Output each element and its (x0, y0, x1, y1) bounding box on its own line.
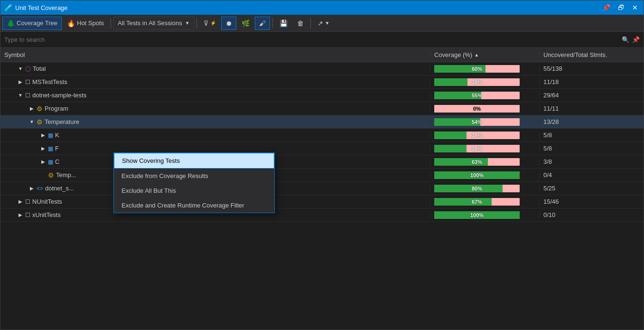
row-uncovered: 29/64 (539, 92, 644, 99)
expand-icon[interactable]: ▶ (18, 199, 23, 205)
context-menu: Show Covering Tests Exclude from Coverag… (113, 152, 275, 213)
expand-icon[interactable]: ▶ (29, 186, 35, 191)
row-symbol: ▶ ⚙ Program (0, 105, 430, 113)
tree-view-button[interactable]: 🌿 (237, 17, 254, 30)
row-coverage: 54% (430, 118, 539, 126)
expand-icon[interactable]: ▶ (18, 212, 23, 218)
expand-icon[interactable]: ▶ (40, 132, 46, 138)
row-uncovered: 5/8 (539, 145, 644, 152)
main-window: 🧪 Unit Test Coverage 📌 🗗 ✕ 🌲 Coverage Tr… (0, 0, 644, 330)
vs-icon: ⬡ (25, 65, 31, 73)
row-coverage: 38% (430, 132, 539, 139)
row-uncovered: 55/138 (539, 65, 644, 72)
table-row[interactable]: ▶ <> dotnet_s... 80% 5/25 (0, 182, 644, 195)
row-uncovered: 13/28 (539, 118, 644, 125)
table-row[interactable]: ▼ ⬡ Total 60% 55/138 (0, 62, 644, 75)
row-uncovered: 0/4 (539, 171, 644, 179)
row-coverage: 67% (430, 198, 539, 206)
separator3 (272, 18, 273, 28)
expand-icon[interactable]: ▶ (18, 79, 23, 85)
uncovered-header[interactable]: Uncovered/Total Stmts. (539, 51, 644, 58)
brush-button[interactable]: 🖌 (255, 17, 270, 30)
row-coverage: 55% (430, 92, 539, 99)
row-uncovered: 5/25 (539, 185, 644, 192)
box-icon: ☐ (25, 212, 30, 218)
window-title: Unit Test Coverage (15, 4, 67, 11)
row-coverage: 80% (430, 185, 539, 192)
expand-icon[interactable]: ▶ (40, 159, 46, 165)
table-row[interactable]: ▶ ▦ K 38% 5/8 (0, 129, 644, 142)
table-row[interactable]: ⚙ Temp... 100% 0/4 (0, 169, 644, 182)
record-button[interactable]: ⏺ (221, 17, 236, 30)
context-menu-item-show-covering[interactable]: Show Covering Tests (114, 153, 274, 169)
title-bar-controls: 📌 🗗 ✕ (600, 3, 640, 12)
table-row[interactable]: ▶ ▦ F 38% 5/8 (0, 142, 644, 155)
coverage-tree-button[interactable]: 🌲 Coverage Tree (2, 17, 62, 30)
filter-icon2: ⚡ (210, 20, 216, 26)
search-icon[interactable]: 🔍 (622, 36, 629, 43)
close-button[interactable]: ✕ (630, 3, 640, 12)
sort-arrow-icon: ▲ (474, 52, 479, 57)
external-button[interactable]: ↗ ▼ (313, 17, 334, 30)
table-row[interactable]: ▶ ⚙ Program 0% 11/11 (0, 102, 644, 115)
maximize-button[interactable]: 🗗 (616, 3, 626, 12)
coverage-tree-icon: 🌲 (7, 19, 15, 27)
toolbar: 🌲 Coverage Tree 🔥 Hot Spots All Tests in… (0, 15, 644, 32)
coverage-header[interactable]: Coverage (%) ▲ (430, 51, 539, 58)
box-icon: ☐ (25, 79, 30, 85)
sessions-dropdown[interactable]: All Tests in All Sessions ▼ (113, 17, 194, 30)
row-coverage: 100% (430, 171, 539, 179)
code-icon: <> (37, 185, 43, 192)
row-coverage: 0% (430, 105, 539, 113)
expand-icon[interactable]: ▼ (29, 119, 35, 125)
row-symbol: ▶ ☐ MSTestTests (0, 78, 430, 85)
table-row[interactable]: ▼ ⚙ Temperature 54% 13/28 (0, 115, 644, 129)
expand-icon[interactable]: ▶ (40, 146, 46, 151)
expand-icon (40, 172, 46, 178)
box-icon: ☐ (25, 198, 30, 205)
row-symbol: ▼ ☐ dotnet-sample-tests (0, 92, 430, 99)
dropdown-arrow-icon: ▼ (185, 20, 190, 26)
title-bar: 🧪 Unit Test Coverage 📌 🗗 ✕ (0, 0, 644, 15)
filter-button[interactable]: ⊽ ⚡ (199, 17, 220, 30)
row-coverage: 38% (430, 145, 539, 152)
search-input[interactable] (4, 36, 622, 43)
filter-icon: ⊽ (204, 19, 208, 27)
row-uncovered: 11/11 (539, 105, 644, 112)
flame-icon: 🔥 (67, 19, 75, 27)
table-row[interactable]: ▶ ☐ NUnitTests 67% 15/46 (0, 195, 644, 208)
class-icon: ▦ (48, 132, 53, 139)
row-uncovered: 3/8 (539, 158, 644, 165)
pin-search-icon[interactable]: 📌 (632, 36, 640, 43)
brush-icon: 🖌 (259, 19, 266, 27)
table-row[interactable]: ▶ ☐ xUnitTests 100% 0/10 (0, 208, 644, 222)
delete-icon: 🗑 (297, 19, 304, 27)
context-menu-item-exclude[interactable]: Exclude from Coverage Results (114, 169, 274, 183)
context-menu-item-exclude-create-filter[interactable]: Exclude and Create Runtime Coverage Filt… (114, 198, 274, 213)
box-icon: ☐ (25, 92, 30, 99)
hot-spots-button[interactable]: 🔥 Hot Spots (63, 17, 108, 30)
table-row[interactable]: ▶ ▦ C 63% 3/8 (0, 155, 644, 169)
separator2 (196, 18, 197, 28)
symbol-header[interactable]: Symbol (0, 51, 430, 58)
expand-icon[interactable]: ▶ (29, 106, 35, 112)
expand-icon[interactable]: ▼ (18, 93, 23, 98)
pin-button[interactable]: 📌 (600, 3, 612, 12)
expand-icon[interactable]: ▼ (18, 66, 23, 72)
window-icon: 🧪 (4, 4, 12, 11)
row-symbol: ▼ ⚙ Temperature (0, 118, 430, 126)
save-button[interactable]: 💾 (275, 17, 292, 30)
delete-button[interactable]: 🗑 (293, 17, 308, 30)
save-icon: 💾 (280, 19, 288, 27)
gear-icon: ⚙ (37, 118, 43, 126)
gear-icon: ⚙ (37, 105, 43, 113)
dropdown-arrow2: ▼ (325, 20, 330, 26)
context-menu-item-exclude-all-but[interactable]: Exclude All But This (114, 183, 274, 198)
table-row[interactable]: ▼ ☐ dotnet-sample-tests 55% 29/64 (0, 89, 644, 102)
row-symbol: ▼ ⬡ Total (0, 65, 430, 73)
table-row[interactable]: ▶ ☐ MSTestTests 39% 11/18 (0, 75, 644, 89)
row-symbol: ▶ ▦ F (0, 145, 430, 152)
class-icon: ▦ (48, 145, 53, 152)
row-uncovered: 15/46 (539, 198, 644, 205)
column-headers: Symbol Coverage (%) ▲ Uncovered/Total St… (0, 48, 644, 62)
